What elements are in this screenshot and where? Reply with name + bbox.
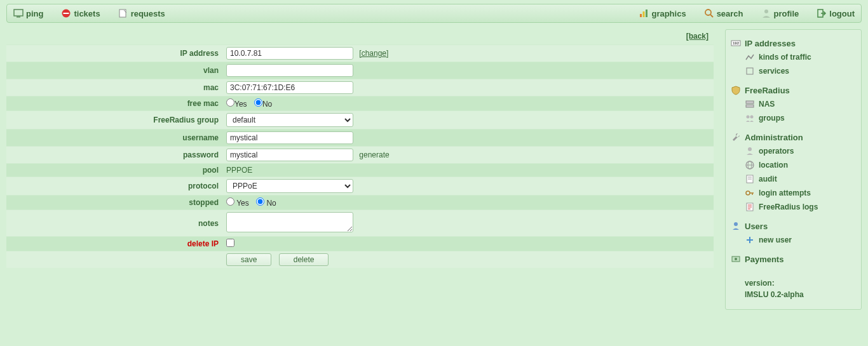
nav-graphics[interactable]: graphics (639, 8, 686, 18)
ip-icon: 192 (731, 38, 741, 48)
sidebar-nas[interactable]: NAS (745, 97, 856, 111)
payments-icon (731, 254, 741, 264)
delete-button[interactable]: delete (279, 253, 329, 266)
generate-link[interactable]: generate (359, 150, 389, 159)
svg-rect-1 (17, 17, 20, 18)
label-username: username (6, 130, 222, 147)
label-protocol: protocol (6, 177, 222, 196)
label-mac: mac (6, 79, 222, 96)
label-notes: notes (6, 210, 222, 237)
sidebar-operators[interactable]: operators (745, 144, 856, 158)
mac-input[interactable] (226, 81, 353, 94)
svg-point-33 (734, 222, 738, 226)
notes-textarea[interactable] (226, 212, 353, 232)
nav-left: ping tickets requests (13, 8, 165, 18)
audit-icon (745, 174, 755, 184)
svg-rect-6 (643, 11, 645, 17)
plus-icon (745, 235, 755, 245)
password-input[interactable] (226, 149, 353, 161)
back-link[interactable]: [back] (686, 32, 709, 41)
save-button[interactable]: save (226, 253, 271, 266)
vlan-input[interactable] (226, 64, 353, 77)
nav-tickets[interactable]: tickets (61, 8, 100, 18)
chart-icon (639, 8, 649, 18)
svg-rect-14 (747, 68, 753, 74)
stopped-yes[interactable]: Yes (226, 199, 249, 208)
log-icon (745, 202, 755, 212)
svg-rect-3 (64, 13, 69, 14)
sidebar-head-users[interactable]: Users (731, 219, 856, 233)
nav-search-label: search (717, 9, 743, 18)
svg-point-19 (748, 147, 752, 151)
svg-point-37 (735, 258, 737, 260)
svg-point-18 (750, 116, 754, 119)
sidebar-head-ip-addresses[interactable]: 192IP addresses (731, 36, 856, 50)
sidebar-head-payments[interactable]: Payments (731, 252, 856, 266)
no-entry-icon (61, 8, 71, 18)
sidebar-kinds-of-traffic[interactable]: kinds of traffic (745, 50, 856, 64)
svg-point-17 (747, 116, 750, 119)
sidebar-freeradius-logs[interactable]: FreeRadius logs (745, 200, 856, 214)
protocol-select[interactable]: PPPoE (226, 179, 353, 193)
nav-logout-label: logout (829, 9, 855, 18)
search-icon (704, 8, 714, 18)
svg-rect-7 (646, 10, 648, 17)
delete-ip-checkbox[interactable] (226, 239, 234, 247)
wrench-icon (731, 132, 741, 142)
users-icon (731, 221, 741, 231)
nav-requests-label: requests (131, 9, 165, 18)
svg-point-26 (746, 191, 750, 195)
label-delete-ip: delete IP (6, 237, 222, 251)
sidebar-new-user[interactable]: new user (745, 233, 856, 247)
operators-icon (745, 146, 755, 156)
top-nav: ping tickets requests graphics search pr… (6, 4, 862, 23)
nav-logout[interactable]: logout (817, 8, 855, 18)
key-icon (745, 188, 755, 198)
svg-line-9 (710, 15, 713, 17)
nav-graphics-label: graphics (651, 9, 686, 18)
nav-tickets-label: tickets (74, 9, 100, 18)
label-vlan: vlan (6, 62, 222, 79)
svg-point-10 (764, 10, 768, 13)
label-ip-address: IP address (6, 45, 222, 62)
change-link[interactable]: [change] (359, 49, 388, 58)
pool-value: PPPOE (226, 166, 252, 175)
ip-address-input[interactable] (226, 47, 353, 60)
label-stopped: stopped (6, 196, 222, 210)
label-free-mac: free mac (6, 96, 222, 111)
sidebar-groups[interactable]: groups (745, 111, 856, 125)
svg-point-8 (705, 10, 711, 15)
groups-icon (745, 113, 755, 123)
free-mac-yes[interactable]: Yes (226, 100, 247, 109)
user-icon (761, 8, 771, 18)
svg-rect-16 (746, 105, 754, 107)
nav-search[interactable]: search (704, 8, 743, 18)
nav-profile-label: profile (774, 9, 799, 18)
svg-rect-15 (746, 101, 754, 103)
sidebar-head-freeradius[interactable]: FreeRadius (731, 83, 856, 97)
svg-rect-5 (640, 14, 642, 17)
nav-profile[interactable]: profile (761, 8, 799, 18)
freeradius-group-select[interactable]: default (226, 113, 353, 127)
label-freeradius-group: FreeRadius group (6, 111, 222, 130)
sidebar-audit[interactable]: audit (745, 172, 856, 186)
stopped-no[interactable]: No (256, 199, 276, 208)
label-pool: pool (6, 164, 222, 177)
version-info: version: IMSLU 0.2-alpha (731, 277, 856, 300)
sidebar-head-administration[interactable]: Administration (731, 130, 856, 144)
sidebar-services[interactable]: services (745, 64, 856, 78)
services-icon (745, 66, 755, 76)
sidebar-location[interactable]: location (745, 158, 856, 172)
exit-icon (817, 8, 827, 18)
shield-icon (731, 85, 741, 95)
back-row: [back] (6, 29, 714, 44)
screen-icon (13, 8, 24, 18)
free-mac-no[interactable]: No (254, 100, 272, 109)
nav-ping[interactable]: ping (13, 8, 43, 18)
nav-right: graphics search profile logout (639, 8, 855, 18)
ip-edit-form: IP address [change] vlan mac free mac Ye… (6, 44, 714, 268)
username-input[interactable] (226, 131, 353, 144)
nav-requests[interactable]: requests (118, 8, 165, 18)
sidebar-login-attempts[interactable]: login attempts (745, 186, 856, 200)
globe-icon (745, 160, 755, 170)
